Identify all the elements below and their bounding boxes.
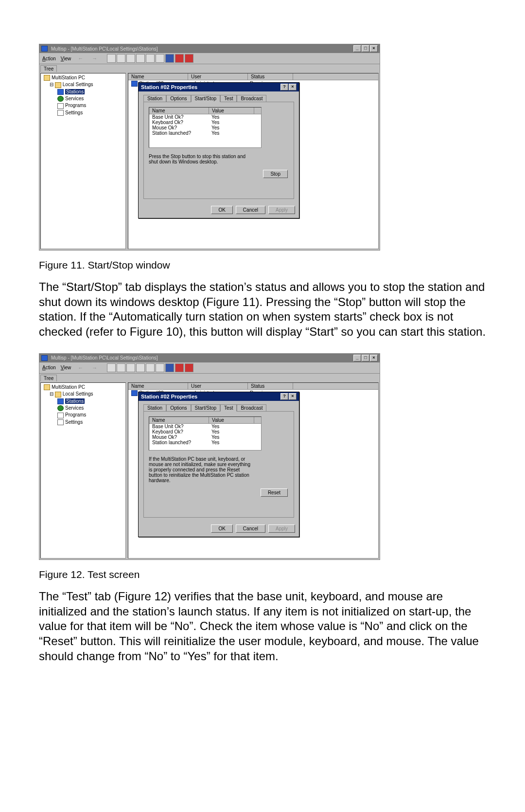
- figure-11-caption: Figure 11. Start/Stop window: [39, 259, 486, 271]
- hint-text: If the MultiStation PC base unit, keyboa…: [149, 456, 251, 483]
- figure-12-caption: Figure 12. Test screen: [39, 569, 486, 580]
- close-icon[interactable]: ×: [370, 355, 378, 361]
- toolbar-icon[interactable]: [126, 54, 135, 63]
- stop-button[interactable]: Stop: [263, 170, 288, 178]
- reset-button[interactable]: Reset: [261, 488, 288, 497]
- app-icon: [41, 46, 48, 52]
- menu-view[interactable]: View: [61, 365, 71, 370]
- tree-stations[interactable]: Stations: [42, 89, 124, 95]
- ok-button[interactable]: OK: [211, 206, 232, 214]
- minimize-icon[interactable]: _: [353, 355, 361, 361]
- toolbar-icon[interactable]: [156, 363, 164, 372]
- app-icon: [41, 355, 48, 361]
- toolbar-icon[interactable]: [165, 363, 174, 372]
- paragraph-1: The “Start/Stop” tab displays the statio…: [39, 280, 486, 340]
- toolbar-icon[interactable]: [146, 363, 155, 372]
- tree-pane: MultiStation PC ⊟ Local Settings Station…: [40, 73, 126, 249]
- toolbar-icon[interactable]: [156, 54, 164, 63]
- tab-options[interactable]: Options: [166, 404, 191, 412]
- minimize-icon[interactable]: _: [353, 45, 361, 52]
- tree-local-settings[interactable]: ⊟ Local Settings: [42, 81, 124, 88]
- apply-button[interactable]: Apply: [268, 524, 295, 533]
- col-name[interactable]: Name: [128, 73, 188, 80]
- toolbar-icon[interactable]: [136, 54, 145, 63]
- window-titlebar: Multisp - [MultiStation PC\Local Setting…: [39, 44, 380, 53]
- toolbar-icon[interactable]: [165, 54, 174, 63]
- menubar: Action View ← →: [39, 53, 380, 64]
- dialog-title: Station #02 Properties: [141, 84, 197, 90]
- property-table: Name Value Base Unit Ok?Yes Keyboard Ok?…: [149, 107, 262, 148]
- cancel-button[interactable]: Cancel: [236, 524, 265, 533]
- back-icon[interactable]: ←: [76, 365, 85, 371]
- toolbar-icon[interactable]: [107, 363, 116, 372]
- properties-dialog: Station #02 Properties ? × Station Optio…: [138, 392, 299, 537]
- figure-11-screenshot: Multisp - [MultiStation PC\Local Setting…: [39, 44, 380, 251]
- toolbar-icon[interactable]: [175, 363, 184, 372]
- toolbar-icon[interactable]: [185, 363, 193, 372]
- toolbar-icon[interactable]: [185, 54, 193, 63]
- close-icon[interactable]: ×: [289, 84, 297, 90]
- toolbar-icon[interactable]: [117, 363, 125, 372]
- window-title: Multisp - [MultiStation PC\Local Setting…: [51, 46, 158, 52]
- toolbar-icon[interactable]: [126, 363, 135, 372]
- col-user[interactable]: User: [188, 73, 248, 80]
- tree-root[interactable]: MultiStation PC: [42, 74, 124, 81]
- figure-12-screenshot: Multisp - [MultiStation PC\Local Setting…: [39, 353, 380, 560]
- menu-view[interactable]: View: [61, 56, 71, 61]
- hint-text: Press the Stop button to stop this stati…: [149, 154, 251, 164]
- tab-station[interactable]: Station: [143, 95, 166, 102]
- maximize-icon[interactable]: □: [362, 45, 369, 52]
- list-pane: Name User Status Station #02 administrat…: [128, 73, 379, 249]
- cancel-button[interactable]: Cancel: [236, 206, 265, 214]
- tab-broadcast[interactable]: Broadcast: [237, 404, 266, 412]
- toolbar-icon[interactable]: [117, 54, 125, 63]
- toolbar-icon[interactable]: [146, 54, 155, 63]
- tree-services[interactable]: Services: [42, 95, 124, 102]
- ok-button[interactable]: OK: [211, 524, 232, 533]
- tab-station[interactable]: Station: [143, 404, 166, 412]
- col-status[interactable]: Status: [248, 73, 293, 80]
- help-icon[interactable]: ?: [280, 84, 288, 90]
- tree-programs[interactable]: Programs: [42, 102, 124, 109]
- toolbar-icon[interactable]: [175, 54, 184, 63]
- menu-action[interactable]: Action: [42, 365, 56, 370]
- tab-test[interactable]: Test: [220, 404, 237, 412]
- tree-tab[interactable]: Tree: [40, 65, 57, 72]
- toolbar-icon[interactable]: [107, 54, 116, 63]
- forward-icon[interactable]: →: [90, 365, 99, 371]
- menu-action[interactable]: Action: [42, 56, 56, 61]
- tab-test[interactable]: Test: [220, 95, 237, 102]
- forward-icon[interactable]: →: [90, 55, 99, 61]
- tab-startstop[interactable]: Start/Stop: [191, 404, 220, 412]
- properties-dialog: Station #02 Properties ? × Station Optio…: [138, 82, 299, 218]
- tree-settings[interactable]: Settings: [42, 109, 124, 116]
- tab-broadcast[interactable]: Broadcast: [237, 95, 266, 102]
- paragraph-2: The “Test” tab (Figure 12) verifies that…: [39, 589, 486, 664]
- close-icon[interactable]: ×: [370, 45, 378, 52]
- close-icon[interactable]: ×: [289, 393, 297, 400]
- apply-button[interactable]: Apply: [268, 206, 295, 214]
- tab-options[interactable]: Options: [166, 95, 191, 102]
- toolbar-icon[interactable]: [136, 363, 145, 372]
- help-icon[interactable]: ?: [280, 393, 288, 400]
- maximize-icon[interactable]: □: [362, 355, 369, 361]
- tab-startstop[interactable]: Start/Stop: [191, 95, 220, 102]
- back-icon[interactable]: ←: [76, 55, 85, 61]
